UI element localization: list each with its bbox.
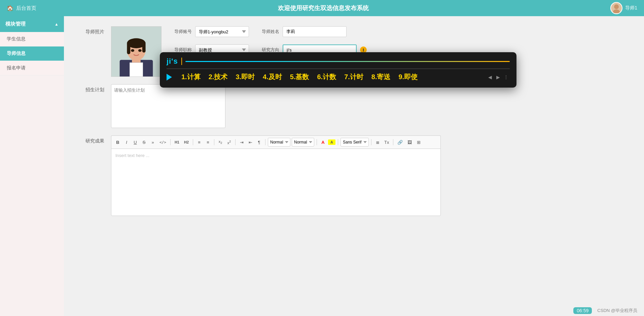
link-button[interactable]: 🔗 [396, 139, 404, 146]
rte-placeholder: Insert text here ... [115, 153, 149, 158]
ime-candidate-6[interactable]: 6.计数 [313, 72, 340, 82]
toolbar-divider-1 [170, 139, 171, 145]
heading-select[interactable]: Normal [268, 138, 290, 147]
h1-button[interactable]: H1 [173, 139, 181, 145]
photo-box[interactable] [111, 26, 162, 77]
svg-rect-10 [142, 42, 146, 53]
ime-prev-button[interactable]: ◀ [486, 73, 494, 81]
plan-content [111, 84, 631, 128]
toolbar-divider-4 [235, 139, 236, 145]
user-area: 导师1 [610, 2, 637, 14]
sidebar-module-label: 模块管理 [5, 21, 26, 27]
name-input[interactable] [283, 26, 347, 37]
svg-point-0 [614, 4, 619, 9]
strike-button[interactable]: S [140, 139, 148, 146]
align-button[interactable]: ≣ [374, 139, 381, 146]
top-nav: 🏠 后台首页 欢迎使用研究生双选信息发布系统 导师1 [0, 0, 644, 16]
outdent-button[interactable]: ⇤ [247, 139, 254, 146]
image-button[interactable]: 🖼 [406, 139, 414, 146]
home-icon: 🏠 [7, 5, 13, 11]
avatar[interactable] [610, 2, 622, 14]
toolbar-divider-3 [214, 139, 214, 145]
ime-candidate-2[interactable]: 2.技术 [205, 72, 232, 82]
subscript-button[interactable]: x2 [217, 139, 224, 145]
home-link[interactable]: 🏠 后台首页 [7, 5, 36, 11]
ime-input-row: ji's [167, 57, 510, 69]
ime-cursor [181, 58, 182, 65]
ime-popup: ji's 1.计算 2.技术 3.即时 4.及时 5.基数 6.计数 7.计时 … [160, 52, 516, 88]
ime-candidate-8[interactable]: 8.寄送 [367, 72, 395, 82]
underline-button[interactable]: U [132, 139, 139, 146]
table-button[interactable]: ⊞ [415, 139, 422, 146]
ordered-list-button[interactable]: ≡ [195, 139, 203, 146]
name-label: 导师姓名 [256, 29, 279, 35]
ime-nav-buttons: ◀ ▶ ⋮ [486, 73, 510, 81]
home-label: 后台首页 [16, 5, 36, 11]
bold-button[interactable]: B [114, 139, 121, 146]
ime-next-button[interactable]: ▶ [494, 73, 502, 81]
toolbar-divider-8 [371, 139, 371, 145]
font-family-select[interactable]: Sans Serif [341, 138, 369, 147]
ime-typed-text: ji's [167, 57, 178, 66]
ime-menu-button[interactable]: ⋮ [502, 73, 510, 81]
paragraph-button[interactable]: ¶ [255, 139, 263, 146]
ime-candidate-9[interactable]: 9.即使 [395, 72, 422, 82]
account-field-group: 导师账号 导师1-yongbu2 [168, 26, 249, 37]
achievement-content: B I U S » </> H1 H2 ≡ ≡ x2 x2 ⇥ [111, 135, 631, 216]
sidebar-item-label: 导师信息 [7, 51, 26, 56]
svg-rect-5 [130, 63, 143, 77]
user-label: 导师1 [625, 5, 637, 11]
sidebar: 模块管理 ▲ 学生信息 导师信息 报名申请 [0, 16, 64, 316]
bottom-bar: 06:59 CSDN @毕业程序员 [567, 305, 644, 316]
sidebar-item-student[interactable]: 学生信息 [0, 32, 64, 46]
unordered-list-button[interactable]: ≡ [204, 139, 212, 146]
account-name-row: 导师账号 导师1-yongbu2 导师姓名 [168, 26, 631, 40]
ime-candidates: 1.计算 2.技术 3.即时 4.及时 5.基数 6.计数 7.计时 8.寄送 … [167, 72, 510, 82]
ime-play-icon[interactable] [167, 74, 172, 81]
account-select[interactable]: 导师1-yongbu2 [195, 26, 249, 37]
italic-button[interactable]: I [123, 139, 130, 146]
page-title: 欢迎使用研究生双选信息发布系统 [278, 4, 369, 12]
svg-point-11 [131, 49, 134, 52]
toolbar-divider-7 [338, 139, 338, 145]
sidebar-item-label: 报名申请 [7, 65, 26, 70]
h2-button[interactable]: H2 [182, 139, 190, 145]
account-label: 导师账号 [168, 29, 192, 35]
ime-candidate-5[interactable]: 5.基数 [286, 72, 313, 82]
sidebar-item-apply[interactable]: 报名申请 [0, 61, 64, 75]
plan-label: 招生计划 [77, 84, 104, 93]
rte-container: B I U S » </> H1 H2 ≡ ≡ x2 x2 ⇥ [111, 135, 441, 216]
clear-format-button[interactable]: Tx [383, 139, 391, 146]
quote-button[interactable]: » [149, 139, 156, 146]
size-select[interactable]: Normal [292, 138, 314, 147]
name-field-group: 导师姓名 [256, 26, 347, 37]
sidebar-module-header[interactable]: 模块管理 ▲ [0, 16, 64, 32]
toolbar-divider-2 [193, 139, 193, 145]
toolbar-divider-6 [317, 139, 317, 145]
superscript-button[interactable]: x2 [225, 139, 233, 146]
ime-progress-bar [185, 61, 510, 62]
plan-textarea[interactable] [111, 84, 225, 128]
ime-candidate-3[interactable]: 3.即时 [231, 72, 259, 82]
photo-label: 导师照片 [77, 26, 104, 35]
csdn-label: CSDN @毕业程序员 [597, 308, 637, 314]
code-button[interactable]: </> [158, 139, 168, 145]
sidebar-item-label: 学生信息 [7, 36, 26, 41]
sidebar-item-teacher[interactable]: 导师信息 [0, 46, 64, 61]
toolbar-divider-9 [393, 139, 393, 145]
svg-rect-9 [127, 42, 130, 54]
toolbar-divider-5 [265, 139, 265, 145]
font-color-button[interactable]: A [319, 139, 327, 146]
rte-toolbar: B I U S » </> H1 H2 ≡ ≡ x2 x2 ⇥ [111, 135, 441, 149]
font-highlight-button[interactable]: A [328, 139, 335, 145]
plan-section: 招生计划 [77, 84, 631, 128]
achievement-label: 研究成果 [77, 135, 104, 144]
rte-body[interactable]: Insert text here ... [111, 149, 441, 216]
svg-point-1 [613, 9, 620, 13]
svg-point-12 [138, 49, 142, 52]
ime-candidate-1[interactable]: 1.计算 [177, 72, 205, 82]
ime-candidate-4[interactable]: 4.及时 [259, 72, 286, 82]
time-badge: 06:59 [573, 307, 592, 314]
ime-candidate-7[interactable]: 7.计时 [340, 72, 367, 82]
indent-button[interactable]: ⇥ [238, 139, 245, 146]
